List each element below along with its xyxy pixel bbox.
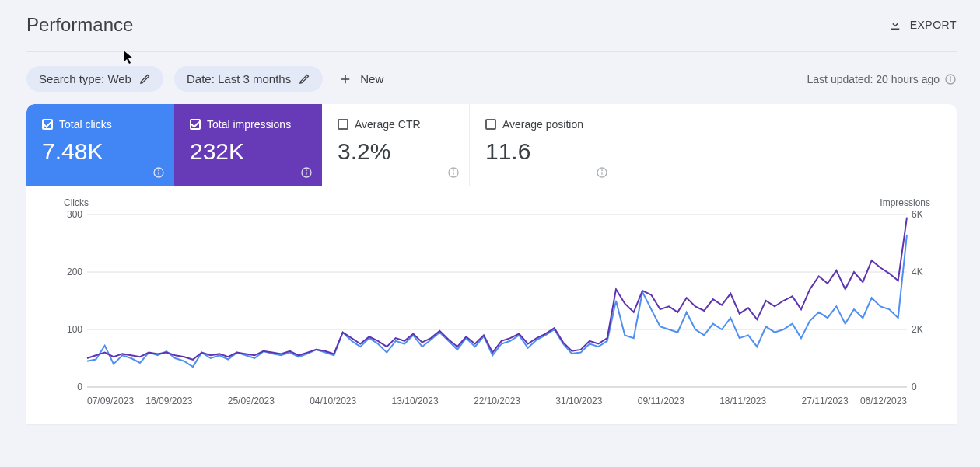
svg-point-1 (950, 77, 951, 78)
info-icon[interactable] (447, 166, 460, 179)
card-label: Total impressions (207, 118, 291, 131)
svg-point-9 (602, 170, 603, 171)
card-label: Total clicks (59, 118, 112, 131)
card-total-impressions[interactable]: Total impressions 232K (174, 104, 322, 186)
svg-text:6K: 6K (912, 210, 923, 220)
card-average-ctr[interactable]: Average CTR 3.2% (322, 104, 470, 186)
filter-chip-search-type-label: Search type: Web (39, 72, 131, 85)
checkbox-icon (338, 119, 348, 130)
svg-text:31/10/2023: 31/10/2023 (555, 396, 602, 406)
svg-text:16/09/2023: 16/09/2023 (145, 396, 192, 406)
svg-text:13/10/2023: 13/10/2023 (392, 396, 439, 406)
performance-panel: Total clicks 7.48K Total impressions 232… (26, 104, 957, 424)
card-value: 7.48K (42, 138, 159, 165)
svg-text:4K: 4K (912, 267, 923, 277)
checkbox-icon (42, 119, 53, 130)
checkbox-icon (485, 119, 496, 130)
export-button[interactable]: EXPORT (888, 18, 957, 32)
info-icon[interactable] (300, 166, 313, 179)
svg-text:06/12/2023: 06/12/2023 (860, 396, 907, 406)
svg-text:100: 100 (67, 324, 82, 335)
download-icon (888, 18, 902, 32)
svg-text:2K: 2K (912, 324, 923, 335)
svg-point-5 (306, 170, 307, 171)
export-label: EXPORT (910, 19, 957, 31)
left-axis-title: Clicks (64, 197, 89, 208)
pencil-icon (139, 73, 151, 85)
card-total-clicks[interactable]: Total clicks 7.48K (26, 104, 174, 186)
svg-text:300: 300 (67, 210, 82, 220)
page-title: Performance (26, 14, 133, 36)
card-label: Average CTR (355, 118, 421, 131)
svg-text:18/11/2023: 18/11/2023 (719, 396, 766, 406)
performance-chart: 010020030002K4K6K07/09/202316/09/202325/… (58, 210, 936, 410)
card-value: 11.6 (485, 138, 602, 165)
last-updated: Last updated: 20 hours ago (807, 73, 957, 85)
svg-text:07/09/2023: 07/09/2023 (87, 396, 134, 406)
svg-text:0: 0 (912, 382, 917, 392)
card-value: 232K (190, 138, 306, 165)
checkbox-icon (190, 119, 201, 130)
card-label: Average position (502, 118, 583, 131)
pencil-icon (299, 73, 310, 85)
svg-text:22/10/2023: 22/10/2023 (474, 396, 520, 406)
add-filter-button[interactable]: New (338, 72, 383, 86)
info-icon[interactable] (944, 73, 957, 85)
plus-icon (338, 72, 352, 86)
svg-text:0: 0 (77, 382, 82, 392)
svg-text:25/09/2023: 25/09/2023 (228, 396, 275, 406)
svg-point-3 (159, 170, 159, 171)
last-updated-text: Last updated: 20 hours ago (807, 73, 940, 85)
info-icon[interactable] (152, 166, 165, 179)
card-average-position[interactable]: Average position 11.6 (470, 104, 618, 186)
svg-point-7 (453, 170, 454, 171)
svg-text:27/11/2023: 27/11/2023 (802, 396, 849, 406)
info-icon[interactable] (596, 166, 608, 179)
svg-text:04/10/2023: 04/10/2023 (310, 396, 356, 406)
add-filter-label: New (360, 72, 383, 85)
filter-chip-date-label: Date: Last 3 months (187, 72, 291, 85)
svg-text:200: 200 (67, 267, 82, 277)
filter-chip-date[interactable]: Date: Last 3 months (174, 66, 323, 92)
right-axis-title: Impressions (880, 197, 930, 208)
filter-chip-search-type[interactable]: Search type: Web (26, 66, 163, 92)
svg-text:09/11/2023: 09/11/2023 (638, 396, 684, 406)
card-value: 3.2% (338, 138, 453, 165)
